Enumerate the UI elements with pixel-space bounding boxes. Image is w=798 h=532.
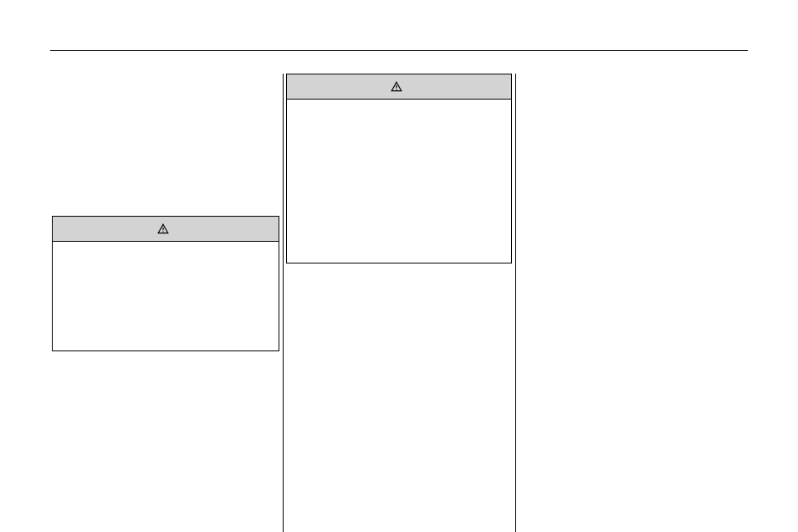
- column-3: [515, 74, 748, 532]
- caution-box: [286, 74, 512, 263]
- horizontal-rule: [50, 50, 748, 51]
- page-content: [50, 50, 748, 532]
- svg-point-1: [162, 231, 163, 232]
- caution-header: [53, 217, 279, 242]
- caution-body: [287, 100, 511, 263]
- column-2: [283, 74, 515, 532]
- caution-body: [53, 242, 279, 350]
- warning-triangle-icon: [391, 81, 402, 93]
- warning-triangle-icon: [157, 223, 169, 235]
- column-1: [50, 74, 283, 532]
- column-layout: [50, 74, 748, 532]
- svg-point-3: [396, 89, 396, 90]
- caution-header: [287, 74, 511, 100]
- caution-box: [52, 216, 279, 351]
